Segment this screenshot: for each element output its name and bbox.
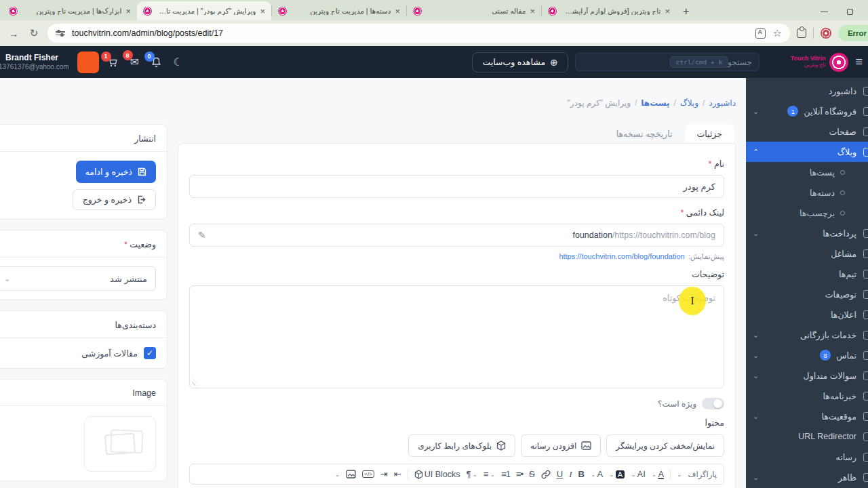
paragraph-dropdown[interactable]: پاراگراف <box>688 470 717 479</box>
sidebar-item-contact[interactable]: تماس 8 ⌄ <box>746 345 868 365</box>
save-exit-button[interactable]: ذخیره و خروج <box>73 189 156 210</box>
close-icon[interactable]: × <box>665 6 670 16</box>
messages-mail-icon[interactable]: ✉ 8 <box>127 56 142 68</box>
sidebar-item-media[interactable]: رسانه <box>746 447 868 467</box>
browser-tab[interactable]: × مقاله تستی <box>407 1 541 20</box>
ui-blocks-button[interactable]: بلوک‌های رابط کاربری <box>408 434 515 457</box>
toggle-editor-button[interactable]: نمایش/مخفی کردن ویرایشگر <box>606 434 724 457</box>
restore-icon[interactable] <box>847 9 853 15</box>
more-tools-button[interactable]: ⌄ <box>335 471 340 478</box>
browser-tab[interactable]: × تاج ویترین [فروش لوازم آرایشی و بهداشت… <box>542 1 676 20</box>
sidebar-item-categories[interactable]: دسته‌ها <box>746 182 868 203</box>
close-icon[interactable]: × <box>530 6 535 16</box>
source-code-button[interactable]: </> <box>362 470 374 478</box>
indent-button[interactable]: ⇥ <box>380 469 388 479</box>
link-button[interactable] <box>541 470 551 479</box>
tab-details[interactable]: جزئیات <box>685 124 734 143</box>
sidebar-item-pages[interactable]: صفحات <box>746 121 868 142</box>
bold-button[interactable]: B <box>578 469 585 479</box>
breadcrumb-posts[interactable]: پست‌ها <box>641 98 669 108</box>
global-search-input[interactable]: جستجو ctrl/cmd + k <box>575 53 760 71</box>
numbered-list-button[interactable]: 1≡ <box>501 469 510 479</box>
sidebar-item-newsletters[interactable]: خبرنامه‌ها <box>746 386 868 406</box>
error-badge[interactable]: Error <box>838 25 868 41</box>
notifications-bell-icon[interactable]: 0 <box>149 57 164 68</box>
sidebar-item-dashboard[interactable]: داشبورد <box>746 81 868 101</box>
name-input[interactable]: کرم پودر <box>189 175 724 198</box>
address-field[interactable]: touchvitrin.com/admin/blog/posts/edit/17… <box>47 24 790 43</box>
sidebar-item-testimonials[interactable]: توصیفات <box>746 284 868 304</box>
image-upload-box[interactable] <box>84 416 156 472</box>
back-icon[interactable]: → <box>7 28 20 39</box>
close-icon[interactable]: × <box>260 6 265 16</box>
sidebar-item-teams[interactable]: تیم‌ها <box>746 264 868 284</box>
sidebar-item-business-services[interactable]: خدمات بازرگانی ⌄ <box>746 325 868 345</box>
browser-tab-active[interactable]: × ویرایش "کرم پودر" | مدیریت تاج ویترین <box>137 1 271 20</box>
style-dropdown[interactable]: ⌄ <box>677 471 682 478</box>
new-tab-button[interactable]: + <box>683 5 689 18</box>
category-row[interactable]: ✓ مقالات آموزشی <box>0 347 156 359</box>
image-card: Image <box>0 379 167 481</box>
pages-icon <box>863 127 868 136</box>
sidebar-item-url-redirector[interactable]: URL Redirector <box>746 426 868 447</box>
bookmark-star-icon[interactable]: ☆ <box>772 27 781 39</box>
sidebar-item-faq[interactable]: سوالات متداول ⌄ <box>746 365 868 386</box>
strikethrough-button[interactable]: S <box>529 469 535 479</box>
sidebar-item-jobs[interactable]: مشاغل <box>746 243 868 264</box>
edit-pen-icon[interactable]: ✎ <box>198 230 206 241</box>
orders-cart-icon[interactable]: 1 <box>106 57 121 68</box>
add-media-button[interactable]: افزودن رسانه <box>521 434 601 457</box>
text-color-button[interactable]: A⌄ <box>652 469 664 479</box>
font-size-button[interactable]: A⌄ <box>591 469 603 479</box>
insert-image-button[interactable] <box>346 470 356 479</box>
italic-button[interactable]: I <box>569 469 572 480</box>
sidebar-item-locations[interactable]: موقعیت‌ها ⌄ <box>746 406 868 426</box>
tab-revision-history[interactable]: تاریخچه نسخه‌ها <box>604 124 685 143</box>
direction-button[interactable]: ⌄¶ <box>466 469 477 479</box>
reload-icon[interactable]: ↻ <box>27 27 41 39</box>
highlight-button[interactable]: A⌄ <box>609 470 625 479</box>
browser-tab[interactable]: × ابزارک‌ها | مدیریت تاج ویترین <box>3 1 137 20</box>
dark-mode-moon-icon[interactable]: ☾ <box>171 56 186 68</box>
page-url[interactable]: touchvitrin.com/admin/blog/posts/edit/17 <box>72 28 749 38</box>
sidebar-item-announcements[interactable]: اعلان‌ها <box>746 304 868 325</box>
menu-icon[interactable]: ≡ <box>855 55 863 69</box>
resize-handle[interactable] <box>192 378 199 386</box>
publish-card: انتشار ذخیره و ادامه ذخیره و خروج <box>0 124 167 220</box>
underline-button[interactable]: U <box>557 469 563 479</box>
view-website-button[interactable]: ⊕ مشاهده وب‌سایت <box>472 52 568 73</box>
checkbox-checked-icon[interactable]: ✓ <box>144 347 156 359</box>
sidebar-item-online-store[interactable]: فروشگاه آنلاین 1 ⌄ <box>746 101 868 121</box>
brand-subname: تاچ ویترین <box>804 62 825 68</box>
avatar[interactable] <box>77 52 99 73</box>
ui-blocks-dropdown[interactable]: UI Blocks <box>414 470 460 479</box>
minimize-icon[interactable] <box>821 12 828 13</box>
bullet-list-button[interactable]: •≡ <box>516 469 523 479</box>
breadcrumb-blog[interactable]: وبلاگ <box>680 98 698 108</box>
status-select[interactable]: منتشر شد ⌄ <box>0 266 156 291</box>
browser-tab[interactable]: × دسته‌ها | مدیریت تاج ویترین <box>272 1 406 20</box>
divider <box>813 28 814 39</box>
sidebar-item-posts[interactable]: پست‌ها <box>746 162 868 182</box>
permalink-input[interactable]: ✎ foundation/https://touchvitrin.com/blo… <box>189 224 724 247</box>
site-settings-icon[interactable] <box>56 31 65 35</box>
user-info[interactable]: Brandt Fisher 13761376@yahoo.com <box>5 53 69 72</box>
sidebar-item-tags[interactable]: برچسب‌ها <box>746 203 868 223</box>
pinned-extension-icon[interactable] <box>821 28 831 39</box>
close-icon[interactable]: × <box>395 6 400 16</box>
featured-toggle[interactable] <box>702 398 724 409</box>
close-icon[interactable]: × <box>125 6 131 16</box>
save-continue-button[interactable]: ذخیره و ادامه <box>76 161 156 183</box>
preview-link[interactable]: https://touchvitrin.com/blog/foundation <box>559 252 684 261</box>
letter-spacing-button[interactable]: AI⌄ <box>631 469 646 479</box>
description-textarea[interactable]: توضیحات کوتاه <box>189 285 724 388</box>
extensions-icon[interactable] <box>797 28 806 38</box>
align-button[interactable]: ⌄≡ <box>484 469 495 479</box>
outdent-button[interactable]: ⇤ <box>394 469 401 479</box>
sidebar-item-payments[interactable]: پرداخت‌ها ⌄ <box>746 223 868 243</box>
translate-icon[interactable] <box>755 28 766 39</box>
breadcrumb-dashboard[interactable]: داشبورد <box>709 98 736 108</box>
sidebar-item-blog[interactable]: وبلاگ ⌃ <box>746 142 868 162</box>
sidebar-item-appearance[interactable]: ظاهر ⌄ <box>746 467 868 487</box>
faq-icon <box>863 371 868 380</box>
